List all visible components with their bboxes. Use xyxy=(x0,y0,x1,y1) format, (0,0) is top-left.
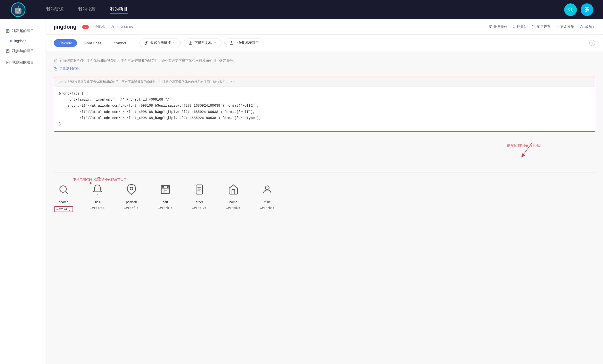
clock-icon xyxy=(111,25,114,29)
collapse-link-button[interactable]: 收起在线链接 xyxy=(139,39,181,47)
sidebar-item-my-joined[interactable]: 我参与的项目 xyxy=(0,45,46,57)
svg-rect-2 xyxy=(585,8,587,10)
icon-code-home: &#xe6d2; xyxy=(226,206,240,210)
chevron-down-icon2 xyxy=(213,42,216,44)
logo: 🤖 xyxy=(10,1,27,18)
project-header: jingdong 7 个图标 2023-06-05 xyxy=(46,19,603,35)
svg-point-24 xyxy=(533,25,533,26)
svg-line-39 xyxy=(66,192,69,194)
icon-code-cart: &#xe6b1; xyxy=(158,206,173,210)
upload-icon xyxy=(230,41,233,45)
project-date: 2023-06-05 xyxy=(111,25,133,29)
svg-rect-4 xyxy=(585,10,587,12)
svg-point-42 xyxy=(162,186,164,188)
batch-operation-button[interactable]: 批量操作 xyxy=(489,25,507,29)
sidebar-item-my-joined-label: 我参与的项目 xyxy=(12,49,34,53)
position-icon-symbol xyxy=(126,184,137,198)
icon-name-bell: bell xyxy=(95,200,100,204)
logo-icon: 🤖 xyxy=(11,2,25,17)
main-content: jingdong 7 个图标 2023-06-05 xyxy=(46,19,603,364)
svg-point-38 xyxy=(60,186,67,192)
cart-icon-symbol xyxy=(160,184,171,198)
sidebar-item-my-started-label: 我发起的项目 xyxy=(12,29,34,33)
icon-code-order: &#xe612; xyxy=(192,206,206,210)
icon-code-position: &#xe7f1; xyxy=(124,206,139,210)
project-name: jingdong xyxy=(54,24,76,30)
svg-line-37 xyxy=(522,143,532,156)
svg-point-43 xyxy=(167,186,169,188)
upload-button[interactable]: 上传图标至项目 xyxy=(224,39,264,47)
svg-point-25 xyxy=(533,28,533,28)
icon-code-bell: &#xe7c4; xyxy=(91,206,104,210)
page-layout: 我发起的项目 jingdong 我参与的项目 我删除的项目 xyxy=(0,19,603,364)
copy-link-label[interactable]: 点此复制代码 xyxy=(59,67,80,71)
icon-name-position: position xyxy=(126,200,137,204)
bell-icon-symbol xyxy=(92,184,103,198)
nav-item-favorites[interactable]: 我的收藏 xyxy=(78,6,96,13)
icons-section: 要使用图标时，填写这个代码就可以了 search &#xe741; xyxy=(46,173,603,222)
copy-code-link[interactable]: 点此复制代码 xyxy=(54,67,595,71)
chevron-down-icon xyxy=(173,42,176,44)
svg-line-1 xyxy=(571,11,573,12)
search-button[interactable] xyxy=(564,3,577,16)
icon-item-position: position &#xe7f1; xyxy=(122,184,141,212)
icon-code-search[interactable]: &#xe741; xyxy=(54,206,73,212)
mine-icon-symbol xyxy=(262,184,273,198)
code-line-5: } xyxy=(59,121,590,127)
settings-button[interactable]: 项目设置 xyxy=(532,25,551,29)
download-icon xyxy=(189,41,193,45)
project-count-badge: 7 xyxy=(82,25,89,29)
tab-fontclass[interactable]: Font class xyxy=(80,39,106,47)
icon-name-cart: cart xyxy=(163,200,168,204)
code-line-3: url('//at.alicdn.com/t/c/font_4098168_b3… xyxy=(59,109,590,115)
code-line-1: font-family: 'iconfont'; /* Project id 4… xyxy=(59,97,590,103)
add-button[interactable] xyxy=(581,3,593,16)
svg-point-30 xyxy=(581,26,582,27)
nav-item-resources[interactable]: 我的资源 xyxy=(46,6,64,13)
svg-point-27 xyxy=(556,27,557,27)
icons-row: search &#xe741; bell &#xe7c4; xyxy=(54,184,595,212)
batch-icon xyxy=(489,25,492,29)
icon-name-home: home xyxy=(230,200,237,204)
code-line-0: @font-face { xyxy=(59,91,590,97)
icon-name-mine: mine xyxy=(264,200,271,204)
sidebar-active-dot xyxy=(10,40,12,42)
icon-name-search: search xyxy=(59,200,68,204)
tab-unicode[interactable]: Unicode xyxy=(54,39,77,47)
member-label: 成员： xyxy=(585,25,595,29)
help-button[interactable]: ? xyxy=(589,40,595,46)
home-icon-symbol xyxy=(228,184,239,198)
sidebar-sub-jingdong[interactable]: jingdong xyxy=(0,37,46,45)
sidebar-item-my-deleted[interactable]: 我删除的项目 xyxy=(0,57,46,68)
search-icon-symbol xyxy=(58,184,69,198)
copy-icon xyxy=(54,67,57,70)
code-line-4: url('//at.alicdn.com/t/c/font_4098168_b3… xyxy=(59,115,590,121)
sidebar-item-my-started[interactable]: 我发起的项目 xyxy=(0,25,46,37)
svg-point-48 xyxy=(265,186,269,189)
svg-rect-3 xyxy=(587,8,589,10)
sidebar: 我发起的项目 jingdong 我参与的项目 我删除的项目 xyxy=(0,19,46,364)
tab-symbol[interactable]: Symbol xyxy=(109,39,131,47)
instruction-area: 要使用图标时，填写这个代码就可以了 xyxy=(73,177,595,182)
link-icon xyxy=(145,41,149,45)
notice-text: 在线链接服务仅供平台体验和调试使用，平台不承诺服务的稳定性，企业客户需下载字体包… xyxy=(54,58,595,63)
download-button[interactable]: 下载至本地 xyxy=(184,39,221,47)
info-icon xyxy=(54,59,58,63)
more-button[interactable]: 更多操作 xyxy=(556,25,574,29)
project-actions: 批量操作 回收站 xyxy=(489,25,574,29)
code-body: @font-face { font-family: 'iconfont'; /*… xyxy=(54,87,595,131)
tabs-row: Unicode Font class Symbol 收起在线链接 xyxy=(46,35,603,51)
recycle-button[interactable]: 回收站 xyxy=(512,25,527,29)
nav-item-projects[interactable]: 我的项目 xyxy=(110,6,128,14)
svg-point-26 xyxy=(535,27,535,27)
sidebar-project-name: jingdong xyxy=(14,39,26,43)
arrow-annotation xyxy=(508,141,537,161)
icon-item-cart: cart &#xe6b1; xyxy=(156,184,175,212)
settings-icon xyxy=(532,25,535,29)
code-comment: /* 在线链接服务仅供平台体验和调试使用，平台不承诺服务的稳定性，企业客户需下载… xyxy=(54,77,595,87)
icon-code-mine: &#xe7bd; xyxy=(260,206,274,210)
icon-item-home: home &#xe6d2; xyxy=(224,184,243,212)
code-line-2: src: url('//at.alicdn.com/t/c/font_40981… xyxy=(59,103,590,109)
icon-item-mine: mine &#xe7bd; xyxy=(258,184,277,212)
annotation-area: 配置到项目中的指定地方 xyxy=(54,141,595,163)
